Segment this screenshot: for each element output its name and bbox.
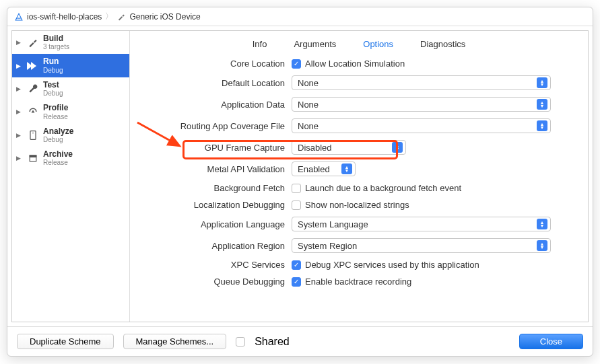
xpc-text: Debug XPC services used by this applicat… <box>305 260 479 270</box>
sidebar-item-run[interactable]: ▶ RunDebug <box>12 54 129 77</box>
shared-checkbox[interactable] <box>236 337 245 347</box>
chevron-updown-icon: ▲▼ <box>537 240 547 251</box>
loc-debug-label: Localization Debugging <box>147 200 285 210</box>
app-lang-select[interactable]: System Language ▲▼ <box>292 217 551 231</box>
sidebar-item-profile[interactable]: ▶ ProfileRelease <box>12 100 129 123</box>
default-location-select[interactable]: None ▲▼ <box>292 75 551 90</box>
breadcrumb-device[interactable]: Generic iOS Device <box>129 12 200 22</box>
svg-rect-3 <box>30 157 36 161</box>
sidebar-item-test[interactable]: ▶ TestDebug <box>12 77 129 100</box>
routing-label: Routing App Coverage File <box>147 121 285 131</box>
app-data-select[interactable]: None ▲▼ <box>292 97 551 112</box>
loc-debug-checkbox[interactable] <box>292 201 301 210</box>
svg-rect-0 <box>30 131 36 139</box>
chevron-right-icon: ▶ <box>16 39 23 46</box>
chevron-updown-icon: ▲▼ <box>537 99 547 110</box>
chevron-right-icon: ▶ <box>16 108 23 115</box>
chevron-right-icon: ▶ <box>16 85 23 92</box>
chevron-updown-icon: ▲▼ <box>537 219 547 229</box>
chevron-updown-icon: ▲▼ <box>537 120 547 131</box>
chevron-updown-icon: ▲▼ <box>392 142 403 153</box>
queue-text: Enable backtrace recording <box>305 277 411 287</box>
archive-icon <box>27 152 39 164</box>
breadcrumb-separator: 〉 <box>105 11 113 22</box>
main-area: ▶ Build3 targets ▶ RunDebug ▶ TestDebug … <box>11 30 589 322</box>
svg-point-1 <box>32 133 34 134</box>
routing-select[interactable]: None ▲▼ <box>292 118 551 133</box>
sidebar-item-analyze[interactable]: ▶ AnalyzeDebug <box>12 124 129 147</box>
metal-select[interactable]: Enabled ▲▼ <box>292 161 356 176</box>
tab-diagnostics[interactable]: Diagnostics <box>420 39 465 49</box>
chevron-right-icon: ▶ <box>16 155 23 161</box>
gauge-icon <box>27 106 39 118</box>
app-region-select[interactable]: System Region ▲▼ <box>292 238 551 253</box>
manage-schemes-button[interactable]: Manage Schemes... <box>123 334 227 349</box>
queue-checkbox[interactable]: ✓ <box>292 277 301 287</box>
shared-label: Shared <box>255 336 290 348</box>
sidebar-item-build[interactable]: ▶ Build3 targets <box>12 31 129 54</box>
hammer-icon <box>27 36 39 48</box>
scheme-sidebar: ▶ Build3 targets ▶ RunDebug ▶ TestDebug … <box>12 31 130 322</box>
close-button[interactable]: Close <box>519 334 583 349</box>
tab-arguments[interactable]: Arguments <box>294 39 336 49</box>
app-region-label: Application Region <box>147 241 285 251</box>
footer: Duplicate Scheme Manage Schemes... Share… <box>7 326 593 356</box>
xpc-label: XPC Services <box>147 260 285 270</box>
analyze-icon <box>27 129 39 141</box>
tab-options[interactable]: Options <box>363 39 393 49</box>
app-lang-label: Application Language <box>147 219 285 229</box>
gpu-frame-capture-select[interactable]: Disabled ▲▼ <box>292 140 406 155</box>
run-icon <box>27 60 39 72</box>
wrench-icon <box>27 83 39 95</box>
allow-location-text: Allow Location Simulation <box>305 59 405 69</box>
xcode-project-icon <box>14 11 24 22</box>
chevron-right-icon: ▶ <box>16 132 23 139</box>
chevron-updown-icon: ▲▼ <box>341 163 352 174</box>
xpc-checkbox[interactable]: ✓ <box>292 260 301 270</box>
allow-location-checkbox[interactable]: ✓ <box>292 59 301 69</box>
metal-label: Metal API Validation <box>147 164 285 174</box>
chevron-right-icon: ▶ <box>16 63 23 69</box>
queue-label: Queue Debugging <box>147 277 285 287</box>
breadcrumb-project[interactable]: ios-swift-hello-places <box>27 12 102 22</box>
app-data-label: Application Data <box>147 100 285 110</box>
core-location-label: Core Location <box>147 59 285 69</box>
scheme-editor-window: ios-swift-hello-places 〉 Generic iOS Dev… <box>7 7 593 357</box>
default-location-label: Default Location <box>147 78 285 88</box>
tab-info[interactable]: Info <box>253 39 267 49</box>
bg-fetch-label: Background Fetch <box>147 183 285 193</box>
hammer-icon <box>116 11 126 22</box>
bg-fetch-text: Launch due to a background fetch event <box>305 183 461 193</box>
loc-debug-text: Show non-localized strings <box>305 200 409 210</box>
chevron-updown-icon: ▲▼ <box>537 77 547 88</box>
content-panel: Info Arguments Options Diagnostics Core … <box>130 31 588 322</box>
duplicate-scheme-button[interactable]: Duplicate Scheme <box>17 334 114 349</box>
sidebar-item-archive[interactable]: ▶ ArchiveRelease <box>12 147 129 170</box>
tab-bar: Info Arguments Options Diagnostics <box>130 31 588 54</box>
bg-fetch-checkbox[interactable] <box>292 184 301 193</box>
gpu-frame-capture-label: GPU Frame Capture <box>147 143 285 153</box>
breadcrumb[interactable]: ios-swift-hello-places 〉 Generic iOS Dev… <box>7 7 593 26</box>
options-form: Core Location ✓ Allow Location Simulatio… <box>130 54 588 297</box>
